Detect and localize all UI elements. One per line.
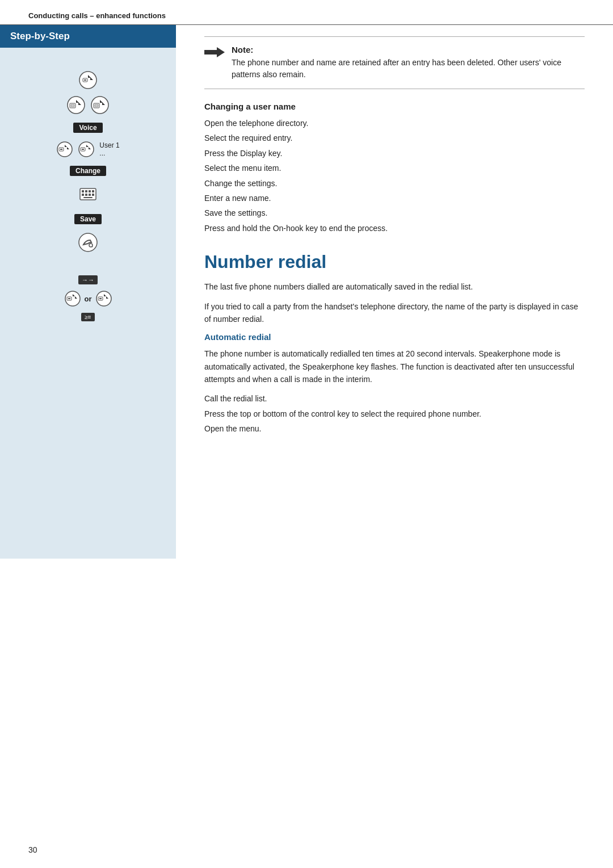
control-key-icon-1 [78, 70, 98, 90]
page-header: Conducting calls – enhanced functions [0, 0, 613, 25]
save-key: Save [74, 214, 102, 224]
svg-rect-4 [84, 79, 86, 81]
sidebar-content: Voice [0, 48, 176, 559]
left-sidebar: Step-by-Step [0, 25, 176, 559]
redial-step-1: Call the redial list. [204, 392, 585, 405]
note-text: The phone number and name are retained a… [232, 57, 585, 81]
automatic-redial-para: The phone number is automatically redial… [204, 347, 585, 385]
sidebar-voice-key-row: Voice [73, 120, 102, 135]
header-title: Conducting calls – enhanced functions [28, 11, 166, 20]
step-by-step-header: Step-by-Step [0, 25, 176, 48]
svg-rect-19 [60, 149, 62, 150]
or-label: or [85, 295, 92, 303]
sidebar-user1-row: User 1 ... [56, 141, 119, 158]
right-content: Note: The phone number and name are reta… [176, 25, 613, 559]
svg-rect-28 [89, 190, 91, 192]
step-1-text: Open the telephone directory. [204, 117, 585, 129]
svg-rect-9 [71, 104, 74, 107]
changing-user-name-heading: Changing a user name [204, 102, 585, 111]
number-redial-heading: Number redial [204, 251, 585, 272]
svg-rect-48 [204, 50, 217, 54]
control-key-icon-4b [95, 290, 112, 307]
automatic-redial-section: Automatic redial The phone number is aut… [204, 332, 585, 435]
menu-icon: ≥≡ [81, 313, 94, 321]
note-arrow-icon [204, 46, 225, 58]
control-key-icon-4a [64, 290, 81, 307]
sidebar-keyboard-icon-row [78, 184, 98, 206]
number-redial-para2: If you tried to call a party from the ha… [204, 300, 585, 326]
svg-rect-26 [82, 190, 84, 192]
page-container: Conducting calls – enhanced functions St… [0, 0, 613, 868]
svg-marker-49 [217, 47, 225, 57]
step-3-text: Press the Display key. [204, 147, 585, 160]
redial-step-2: Press the top or bottom of the control k… [204, 408, 585, 420]
svg-rect-32 [89, 194, 91, 196]
sidebar-change-key-row: Change [70, 163, 106, 178]
svg-rect-31 [85, 194, 87, 196]
note-box: Note: The phone number and name are reta… [204, 36, 585, 89]
voice-key: Voice [73, 123, 102, 133]
sidebar-onhook-row [78, 232, 98, 253]
sidebar-icons-section: Voice [6, 59, 170, 327]
step-4-text: Select the menu item. [204, 162, 585, 174]
automatic-redial-heading: Automatic redial [204, 332, 585, 342]
sidebar-control-or-row: or [64, 290, 112, 307]
user1-label: User 1 ... [99, 141, 119, 157]
changing-user-name-section: Changing a user name Open the telephone … [204, 102, 585, 234]
step-8-text: Press and hold the On-hook key to end th… [204, 222, 585, 234]
sidebar-save-key-row: Save [74, 212, 102, 227]
note-title: Note: [232, 45, 585, 54]
svg-rect-34 [83, 197, 93, 198]
number-redial-section: Number redial The last five phone number… [204, 251, 585, 435]
control-key-icon-2a [66, 95, 86, 115]
sidebar-double-arrow-row: →→ [78, 275, 98, 284]
svg-rect-29 [92, 190, 94, 192]
control-key-icon-2b [90, 95, 110, 115]
svg-point-0 [79, 72, 96, 89]
control-key-icon-3a [56, 141, 73, 158]
redial-step-3: Open the menu. [204, 422, 585, 435]
keyboard-icon [78, 184, 98, 206]
on-hook-icon [78, 232, 98, 253]
step-2-text: Select the required entry. [204, 132, 585, 144]
step-7-text: Save the settings. [204, 207, 585, 219]
svg-rect-24 [82, 149, 84, 150]
step-6-text: Enter a new name. [204, 192, 585, 204]
page-number: 30 [28, 845, 37, 854]
double-arrow-icon: →→ [78, 275, 98, 284]
svg-rect-27 [85, 190, 87, 192]
content-area: Step-by-Step [0, 25, 613, 559]
svg-rect-42 [68, 298, 70, 299]
control-key-icon-3b [78, 141, 95, 158]
svg-rect-33 [92, 194, 94, 196]
sidebar-icon-row-2 [66, 95, 110, 115]
step-5-text: Change the settings. [204, 177, 585, 190]
svg-rect-47 [99, 298, 102, 299]
change-key: Change [70, 166, 106, 176]
svg-rect-30 [82, 194, 84, 196]
svg-rect-14 [95, 104, 98, 107]
sidebar-menu-row: ≥≡ [81, 313, 94, 321]
sidebar-redial-section: →→ [64, 275, 112, 321]
note-content: Note: The phone number and name are reta… [232, 45, 585, 81]
number-redial-para1: The last five phone numbers dialled are … [204, 280, 585, 293]
sidebar-icon-row-1 [78, 70, 98, 90]
svg-point-37 [89, 244, 93, 247]
svg-point-35 [79, 233, 97, 251]
